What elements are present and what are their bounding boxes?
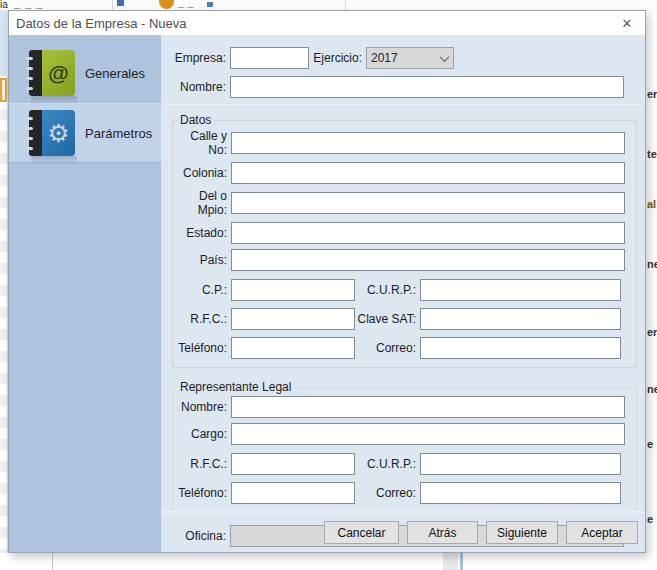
colonia-label: Colonia: [173,166,231,180]
sidebar-item-parametros[interactable]: ⚙ Parámetros [9,103,161,163]
sidebar-item-generales[interactable]: @ Generales [9,43,161,103]
background-text-fragment: ia [0,0,8,10]
chevron-down-icon [435,48,453,68]
cancelar-button[interactable]: Cancelar [324,521,399,544]
cargo-input[interactable] [231,423,625,445]
rep-rfc-input[interactable] [231,453,355,475]
siguiente-button[interactable]: Siguiente [486,521,558,544]
aceptar-button[interactable]: Aceptar [566,521,638,544]
toolbar-separator [345,0,346,10]
representante-legend: Representante Legal [177,380,294,394]
address-book-at-icon: @ [29,50,75,96]
correo-input[interactable] [420,337,621,359]
dialog-sidebar: @ Generales ⚙ Parámetros [9,35,161,552]
clave-sat-label: Clave SAT: [355,312,420,326]
sidebar-item-label: Parámetros [85,126,152,141]
nombre-label: Nombre: [164,80,230,94]
background-text-column: er te al ne er ne e e e [646,10,657,570]
del-o-mpio-label: Del o Mpio: [173,189,231,217]
form-panel: Empresa: Ejercicio: 2017 Nombre: Datos C… [161,35,645,552]
dialog-titlebar[interactable]: Datos de la Empresa - Nueva ✕ [9,11,645,35]
cargo-label: Cargo: [173,427,231,441]
ejercicio-label: Ejercicio: [309,51,366,65]
nombre-input[interactable] [230,76,624,98]
sidebar-item-label: Generales [85,66,145,81]
cp-input[interactable] [231,279,355,301]
book-gear-icon: ⚙ [29,110,75,156]
background-text-fragment: e [647,438,657,450]
rep-correo-label: Correo: [355,486,420,500]
rep-curp-label: C.U.R.P.: [355,457,420,471]
rfc-label: R.F.C.: [173,312,231,326]
clave-sat-input[interactable] [420,308,621,330]
background-text-fragment: er [647,88,657,100]
ejercicio-value: 2017 [371,51,435,65]
telefono-label: Teléfono: [173,341,231,355]
blue-square-icon [207,2,213,7]
background-toolbar: ia _ _ _ _ _ [0,0,657,10]
ejercicio-select[interactable]: 2017 [366,47,454,69]
background-text-smudge: _ _ [178,0,193,8]
del-o-mpio-input[interactable] [231,192,625,214]
estado-input[interactable] [231,222,625,244]
blue-square-icon [117,0,124,6]
background-text-fragment: te [647,148,657,160]
form-header: Empresa: Ejercicio: 2017 Nombre: [164,47,645,105]
colonia-input[interactable] [231,162,625,184]
estado-label: Estado: [173,226,231,240]
background-text-fragment: ne [647,258,657,270]
curp-input[interactable] [420,279,621,301]
background-text-fragment: al [647,198,657,210]
cp-label: C.P.: [173,283,231,297]
background-scrollbar[interactable] [443,553,458,570]
empresa-dialog: Datos de la Empresa - Nueva ✕ @ Generale… [8,10,646,553]
rep-rfc-label: R.F.C.: [173,457,231,471]
atras-button[interactable]: Atrás [407,521,478,544]
background-panel-fragment [0,10,8,76]
background-gridline [52,553,53,570]
datos-legend: Datos [177,113,214,127]
background-text-fragment: er [647,326,657,338]
rep-curp-input[interactable] [420,453,621,475]
dialog-footer: Cancelar Atrás Siguiente Aceptar [161,511,645,552]
pais-input[interactable] [231,249,625,271]
rep-nombre-label: Nombre: [173,400,231,414]
background-text-smudge: _ _ _ [14,0,43,9]
empresa-label: Empresa: [164,51,230,65]
background-grid-edge [0,10,8,570]
background-selection-edge [460,553,463,570]
calle-input[interactable] [231,132,625,154]
toolbar-separator [112,0,113,10]
rfc-input[interactable] [231,308,355,330]
pais-label: País: [173,253,231,267]
datos-group: Datos Calle y No: Colonia: Del o Mpio: E… [172,113,637,368]
rep-nombre-input[interactable] [231,396,625,418]
rep-telefono-label: Teléfono: [173,486,231,500]
calle-label: Calle y No: [173,129,231,157]
telefono-input[interactable] [231,337,355,359]
orange-gear-icon [159,0,174,9]
close-icon[interactable]: ✕ [609,11,645,35]
background-text-fragment: e [647,513,657,525]
correo-label: Correo: [355,341,420,355]
background-highlighted-cell [0,78,7,102]
background-bottom-strip [0,553,657,570]
dialog-title: Datos de la Empresa - Nueva [9,16,609,31]
background-text-fragment: ne [647,383,657,395]
rep-telefono-input[interactable] [231,482,355,504]
empresa-input[interactable] [230,47,309,69]
curp-label: C.U.R.P.: [355,283,420,297]
representante-group: Representante Legal Nombre: Cargo: R.F.C… [172,380,637,513]
rep-correo-input[interactable] [420,482,621,504]
